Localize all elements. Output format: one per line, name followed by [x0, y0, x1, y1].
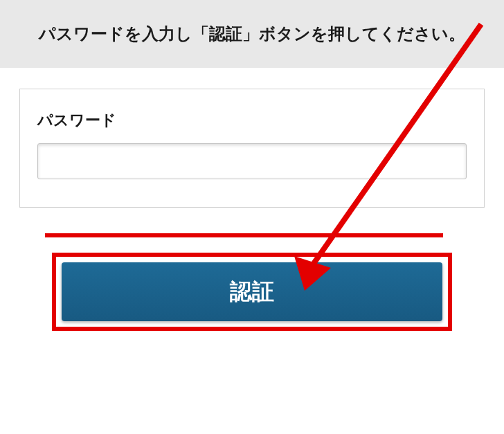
password-form: パスワード	[19, 89, 485, 208]
password-input[interactable]	[37, 143, 467, 179]
auth-button[interactable]: 認証	[62, 262, 442, 321]
instruction-banner: パスワードを入力し「認証」ボタンを押してください。	[0, 0, 504, 68]
password-label: パスワード	[37, 110, 467, 131]
button-highlight-box: 認証	[52, 253, 452, 331]
instruction-text: パスワードを入力し「認証」ボタンを押してください。	[28, 21, 476, 47]
